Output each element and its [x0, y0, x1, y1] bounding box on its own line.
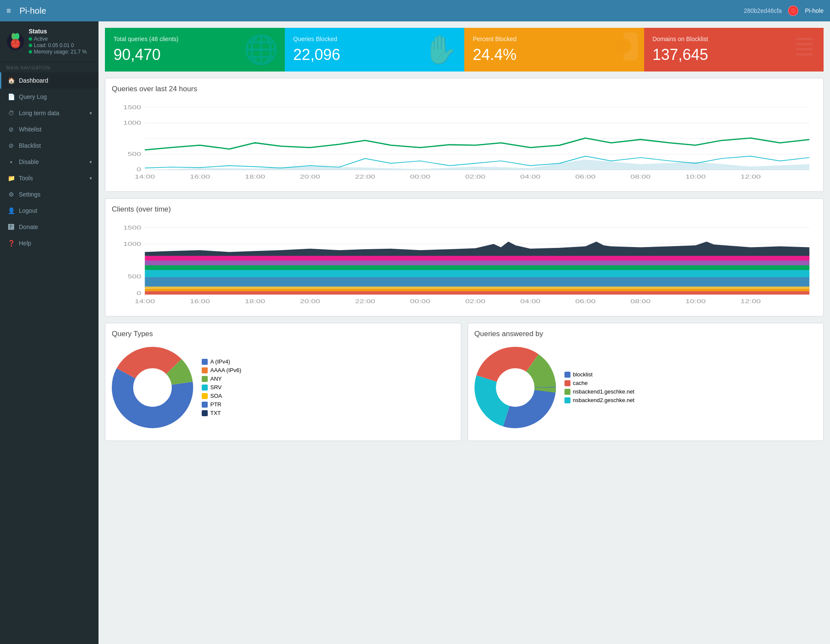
- legend-label: cache: [573, 380, 588, 386]
- svg-point-8: [16, 44, 19, 47]
- sidebar-status: Status Active Load: 0.05 0.01 0 Memory u…: [0, 21, 99, 62]
- nav-arrow-disable: ▾: [90, 159, 92, 165]
- load-status: Load: 0.05 0.01 0: [29, 42, 87, 48]
- svg-text:06:00: 06:00: [575, 174, 595, 179]
- nav-icon-help: ❓: [8, 240, 15, 247]
- nav-icon-logout: 👤: [8, 207, 15, 214]
- nav-icon-disable: ▪: [8, 158, 15, 165]
- sidebar: Status Active Load: 0.05 0.01 0 Memory u…: [0, 21, 99, 644]
- legend-dot: [202, 393, 208, 399]
- legend-label: blocklist: [573, 371, 593, 378]
- pihole-logo-icon: [788, 6, 798, 16]
- svg-text:22:00: 22:00: [355, 174, 375, 179]
- legend-item: blocklist: [564, 371, 635, 378]
- svg-text:10:00: 10:00: [686, 298, 706, 304]
- svg-text:08:00: 08:00: [630, 174, 651, 179]
- svg-point-4: [12, 40, 15, 44]
- svg-text:1500: 1500: [123, 225, 141, 230]
- legend-item: nsbackend2.geschke.net: [564, 397, 635, 403]
- hamburger-menu[interactable]: ≡: [6, 6, 11, 15]
- sidebar-item-donate[interactable]: 🅿 Donate: [0, 219, 99, 235]
- navbar-right: 280b2ed46cfa Pi-hole: [744, 6, 824, 16]
- hostname-label: 280b2ed46cfa: [744, 7, 782, 14]
- legend-dot: [202, 402, 208, 408]
- svg-rect-13: [796, 48, 813, 51]
- legend-label: SOA: [210, 393, 222, 399]
- main-content: Total queries (48 clients) 90,470 🌐 Quer…: [99, 21, 830, 644]
- svg-text:0: 0: [137, 290, 141, 296]
- nav-label-settings: Settings: [19, 191, 41, 198]
- legend-dot: [564, 372, 570, 378]
- username-label: Pi-hole: [805, 7, 824, 14]
- nav-label-disable: Disable: [19, 158, 39, 165]
- stat-cards: Total queries (48 clients) 90,470 🌐 Quer…: [105, 28, 824, 72]
- sidebar-item-help[interactable]: ❓ Help: [0, 235, 99, 251]
- queries-chart-container: 1500 1000 500 0 14:00 16:00 18:00 20:00 …: [112, 98, 817, 185]
- sidebar-item-long-term[interactable]: ⏱ Long term data ▾: [0, 105, 99, 121]
- active-dot: [29, 37, 32, 41]
- nav-arrow-long-term: ▾: [90, 110, 92, 116]
- nav-label-donate: Donate: [19, 224, 38, 230]
- legend-label: SRV: [210, 384, 222, 391]
- nav-icon-whitelist: ⊘: [8, 126, 15, 133]
- legend-dot: [564, 380, 570, 386]
- sidebar-item-logout[interactable]: 👤 Logout: [0, 203, 99, 219]
- svg-text:04:00: 04:00: [520, 174, 540, 179]
- nav-label-tools: Tools: [19, 175, 33, 182]
- svg-text:14:00: 14:00: [135, 174, 155, 179]
- domains-blocklist-value: 137,645: [653, 46, 815, 64]
- sidebar-item-query-log[interactable]: 📄 Query Log: [0, 89, 99, 105]
- bottom-row: Query Types A (IPv4)AAAA (IPv6)ANYSRVSOA…: [105, 323, 824, 447]
- nav-icon-tools: 📁: [8, 175, 15, 182]
- svg-text:20:00: 20:00: [300, 174, 320, 179]
- top-navbar: ≡ Pi-hole 280b2ed46cfa Pi-hole: [0, 0, 830, 21]
- svg-rect-12: [796, 43, 813, 45]
- clients-chart-container: 1500 1000 500 0: [112, 218, 817, 310]
- query-types-title: Query Types: [112, 330, 454, 338]
- nav-label-help: Help: [19, 240, 31, 247]
- queries-answered-pie-svg: [475, 347, 556, 428]
- memory-dot: [29, 50, 32, 54]
- svg-text:16:00: 16:00: [190, 174, 210, 179]
- legend-item: cache: [564, 380, 635, 386]
- queries-answered-card: Queries answered by: [468, 323, 824, 441]
- legend-dot: [564, 397, 570, 403]
- legend-label: A (IPv4): [210, 358, 230, 365]
- sidebar-item-disable[interactable]: ▪ Disable ▾: [0, 154, 99, 170]
- legend-dot: [202, 367, 208, 373]
- svg-point-75: [497, 370, 533, 405]
- svg-text:06:00: 06:00: [575, 298, 595, 304]
- queries-blocked-card: Queries Blocked 22,096 ✋: [285, 28, 465, 72]
- svg-text:22:00: 22:00: [355, 298, 375, 304]
- sidebar-item-whitelist[interactable]: ⊘ Whitelist: [0, 121, 99, 137]
- total-queries-card: Total queries (48 clients) 90,470 🌐: [105, 28, 285, 72]
- svg-text:16:00: 16:00: [190, 298, 210, 304]
- legend-dot: [202, 376, 208, 382]
- legend-label: PTR: [210, 401, 221, 408]
- svg-point-7: [12, 44, 15, 47]
- nav-icon-query-log: 📄: [8, 93, 15, 100]
- legend-item: SOA: [202, 393, 241, 399]
- legend-item: ANY: [202, 376, 241, 382]
- brand-title: Pi-hole: [20, 6, 46, 16]
- svg-text:00:00: 00:00: [410, 298, 430, 304]
- nav-icon-blacklist: ⊘: [8, 142, 15, 149]
- memory-status: Memory usage: 21.7 %: [29, 49, 87, 55]
- svg-text:08:00: 08:00: [630, 298, 651, 304]
- sidebar-item-tools[interactable]: 📁 Tools ▾: [0, 170, 99, 186]
- queries-answered-section: blocklistcachensbackend1.geschke.netnsba…: [475, 343, 817, 434]
- sidebar-item-blacklist[interactable]: ⊘ Blacklist: [0, 137, 99, 154]
- sidebar-item-dashboard[interactable]: 🏠 Dashboard: [0, 72, 99, 89]
- query-types-pie-svg: [112, 347, 193, 428]
- svg-text:04:00: 04:00: [520, 298, 540, 304]
- query-types-pie: [112, 347, 193, 430]
- clients-chart-title: Clients (over time): [112, 205, 817, 214]
- nav-label-logout: Logout: [19, 207, 37, 214]
- queries-answered-legend: blocklistcachensbackend1.geschke.netnsba…: [564, 371, 635, 405]
- status-text: Status Active Load: 0.05 0.01 0 Memory u…: [29, 28, 87, 55]
- sidebar-item-settings[interactable]: ⚙ Settings: [0, 186, 99, 203]
- svg-text:1500: 1500: [123, 104, 141, 110]
- svg-text:18:00: 18:00: [245, 174, 265, 179]
- svg-marker-24: [145, 159, 809, 170]
- queries-chart-card: Queries over last 24 hours 1500 1000 500…: [105, 78, 824, 192]
